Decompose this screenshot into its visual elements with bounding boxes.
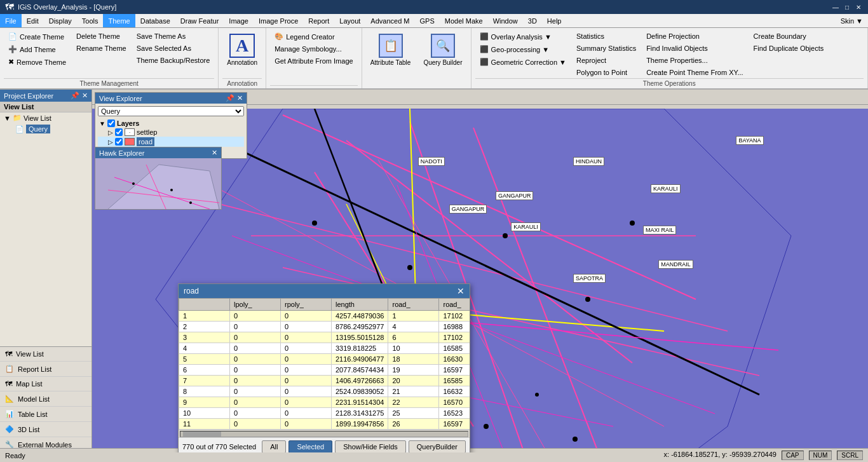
road-table-content[interactable]: lpoly_ rpoly_ length road_ road_ 1 0 0 4… bbox=[179, 298, 470, 430]
menu-layout[interactable]: Layout bbox=[334, 14, 365, 27]
road-table-hscroll[interactable] bbox=[179, 430, 470, 437]
menu-gps[interactable]: GPS bbox=[415, 14, 440, 27]
hawk-explorer-close-icon[interactable]: ✕ bbox=[212, 149, 217, 157]
road1-cell: 18 bbox=[388, 354, 439, 365]
reproject-button[interactable]: Reproject bbox=[572, 55, 641, 66]
menu-file[interactable]: File bbox=[0, 14, 22, 27]
all-button[interactable]: All bbox=[262, 440, 286, 452]
tree-query[interactable]: 📄 Query bbox=[0, 123, 92, 135]
find-duplicate-objects-button[interactable]: Find Duplicate Objects bbox=[749, 43, 829, 54]
row-num: 10 bbox=[179, 408, 230, 419]
title-bar: 🗺 IGiS Overlay_Analysis - [Query] — □ ✕ bbox=[0, 0, 868, 14]
create-theme-button[interactable]: 📄 Create Theme bbox=[4, 31, 71, 43]
menu-window[interactable]: Window bbox=[488, 14, 523, 27]
road2-cell: 16585 bbox=[439, 376, 470, 386]
close-button[interactable]: ✕ bbox=[854, 3, 863, 11]
menu-report[interactable]: Report bbox=[303, 14, 334, 27]
find-invalid-objects-button[interactable]: Find Invalid Objects bbox=[642, 43, 747, 54]
nav-3d-list[interactable]: 🔷 3D List bbox=[0, 422, 92, 437]
maximize-button[interactable]: □ bbox=[843, 3, 851, 11]
annotation-button[interactable]: A Annotation bbox=[222, 31, 262, 69]
geometric-correction-button[interactable]: ⬛ Geometric Correction ▼ bbox=[475, 56, 571, 68]
nav-table-list[interactable]: 📊 Table List bbox=[0, 407, 92, 422]
menu-image-proce[interactable]: Image Proce bbox=[254, 14, 303, 27]
table-row: 10 0 0 2128.31431275 25 16523 bbox=[179, 408, 470, 419]
query-builder-table-button[interactable]: QueryBuilder bbox=[409, 440, 466, 452]
delete-theme-button[interactable]: Delete Theme bbox=[72, 31, 131, 42]
menu-3d[interactable]: 3D bbox=[523, 14, 542, 27]
nav-report-list[interactable]: 📋 Report List bbox=[0, 362, 92, 377]
create-point-theme-button[interactable]: Create Point Theme From XY... bbox=[642, 67, 747, 78]
ribbon-theme-col3: Save Theme As Save Selected As Theme Bac… bbox=[132, 31, 215, 66]
road2-header[interactable]: road_ bbox=[439, 299, 470, 311]
layer-road[interactable]: ▷ road bbox=[98, 137, 244, 147]
rename-theme-button[interactable]: Rename Theme bbox=[72, 43, 131, 54]
nav-view-list[interactable]: 🗺 View List bbox=[0, 347, 92, 362]
attribute-table-button[interactable]: 📋 Attribute Table bbox=[366, 31, 416, 70]
get-attribute-from-image-button[interactable]: Get Attribute From Image bbox=[270, 55, 358, 67]
nav-map-list[interactable]: 🗺 Map List bbox=[0, 377, 92, 391]
remove-theme-button[interactable]: ✖ Remove Theme bbox=[4, 56, 71, 68]
statistics-button[interactable]: Statistics bbox=[572, 31, 641, 42]
save-selected-as-button[interactable]: Save Selected As bbox=[132, 43, 215, 54]
overlay-analysis-button[interactable]: ⬛ Overlay Analysis ▼ bbox=[475, 31, 571, 43]
selected-button[interactable]: Selected bbox=[288, 440, 332, 452]
summary-statistics-button[interactable]: Summary Statistics bbox=[572, 43, 641, 54]
menu-database[interactable]: Database bbox=[135, 14, 175, 27]
length-header[interactable]: length bbox=[332, 299, 388, 311]
create-boundary-button[interactable]: Create Boundary bbox=[749, 31, 829, 42]
tree-view-list[interactable]: ▼ 📁 View List bbox=[0, 112, 92, 123]
settlep-checkbox[interactable] bbox=[115, 128, 123, 136]
menu-model-make[interactable]: Model Make bbox=[440, 14, 488, 27]
minimize-button[interactable]: — bbox=[831, 3, 840, 11]
menu-display[interactable]: Display bbox=[44, 14, 77, 27]
menu-help[interactable]: Help bbox=[542, 14, 567, 27]
road1-header[interactable]: road_ bbox=[388, 299, 439, 311]
add-theme-button[interactable]: ➕ Add Theme bbox=[4, 43, 71, 55]
polygon-to-point-button[interactable]: Polygon to Point bbox=[572, 67, 641, 78]
query-builder-button[interactable]: 🔍 Query Builder bbox=[419, 31, 466, 70]
selection-status: 770 out of 770 Selected bbox=[182, 443, 256, 451]
table-row: 6 0 0 2077.84574434 19 16597 bbox=[179, 365, 470, 376]
ribbon-annotation-section: A Annotation Annotation bbox=[219, 28, 266, 88]
menu-advanced-m[interactable]: Advanced M bbox=[365, 14, 414, 27]
geo-processing-button[interactable]: ⬛ Geo-processing ▼ bbox=[475, 43, 571, 55]
menu-draw-featur[interactable]: Draw Featur bbox=[175, 14, 224, 27]
svg-point-22 bbox=[503, 233, 508, 238]
road1-cell: 6 bbox=[388, 332, 439, 343]
project-explorer-close-icon[interactable]: ✕ bbox=[82, 92, 88, 100]
row-num: 6 bbox=[179, 365, 230, 376]
ribbon-annotation-buttons: A Annotation bbox=[222, 31, 262, 78]
menu-tools[interactable]: Tools bbox=[77, 14, 104, 27]
lpoly-header[interactable]: lpoly_ bbox=[230, 299, 281, 311]
legend-creator-button[interactable]: 🎨 Legend Creator bbox=[270, 31, 358, 43]
row-num: 1 bbox=[179, 311, 230, 322]
layer-settlep[interactable]: ▷ · settlep bbox=[98, 128, 244, 137]
theme-backup-restore-button[interactable]: Theme Backup/Restore bbox=[132, 55, 215, 66]
svg-point-37 bbox=[189, 201, 192, 204]
tree-folder-icon: 📁 bbox=[13, 114, 22, 122]
view-explorer-pin-icon[interactable]: 📌 bbox=[226, 94, 234, 102]
save-theme-as-button[interactable]: Save Theme As bbox=[132, 31, 215, 42]
menu-skin[interactable]: Skin ▼ bbox=[836, 14, 868, 27]
menu-theme[interactable]: Theme bbox=[103, 14, 135, 27]
layers-checkbox[interactable] bbox=[107, 119, 115, 127]
show-hide-fields-button[interactable]: Show/Hide Fields bbox=[335, 440, 406, 452]
rpoly-header[interactable]: rpoly_ bbox=[281, 299, 332, 311]
road-checkbox[interactable] bbox=[115, 138, 123, 146]
nav-table-list-icon: 📊 bbox=[5, 410, 14, 418]
view-explorer-close-icon[interactable]: ✕ bbox=[237, 94, 243, 102]
theme-properties-button[interactable]: Theme Properties... bbox=[642, 55, 747, 66]
define-projection-button[interactable]: Define Projection bbox=[642, 31, 747, 42]
lpoly-cell: 0 bbox=[230, 408, 281, 419]
view-explorer-dropdown[interactable]: Query bbox=[98, 106, 244, 116]
project-explorer-pin-icon[interactable]: 📌 bbox=[71, 92, 79, 100]
title-controls[interactable]: — □ ✕ bbox=[831, 3, 863, 11]
menu-edit[interactable]: Edit bbox=[22, 14, 44, 27]
nav-model-list[interactable]: 📐 Model List bbox=[0, 391, 92, 407]
manage-symbology-button[interactable]: Manage Symbology... bbox=[270, 43, 358, 55]
menu-image[interactable]: Image bbox=[224, 14, 254, 27]
road2-cell: 16597 bbox=[439, 365, 470, 376]
road-table-close-icon[interactable]: ✕ bbox=[457, 286, 465, 296]
tree-item-icon: 📄 bbox=[15, 125, 24, 133]
